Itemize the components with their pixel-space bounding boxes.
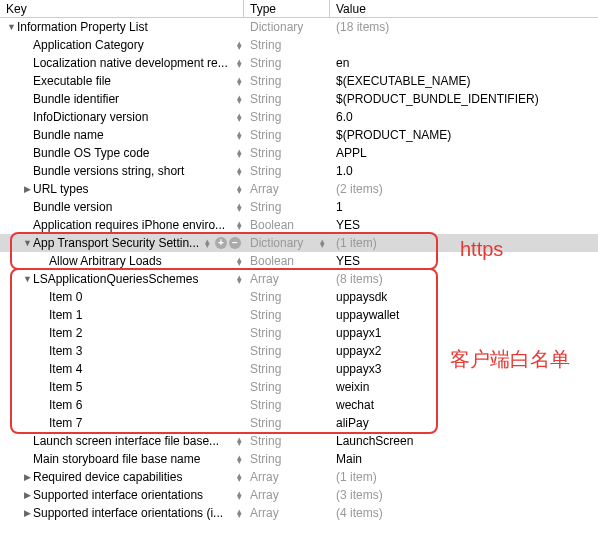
table-row[interactable]: Application Category▴▾String	[0, 36, 598, 54]
value-cell[interactable]: (8 items)	[330, 272, 598, 286]
value-cell[interactable]: 1.0	[330, 164, 598, 178]
table-row[interactable]: Allow Arbitrary Loads▴▾BooleanYES	[0, 252, 598, 270]
table-row[interactable]: Bundle version▴▾String1	[0, 198, 598, 216]
value-cell[interactable]: (4 items)	[330, 506, 598, 520]
value-cell[interactable]: weixin	[330, 380, 598, 394]
value-cell[interactable]: en	[330, 56, 598, 70]
key-text[interactable]: Bundle OS Type code	[33, 146, 234, 160]
key-cell[interactable]: ▶Supported interface orientations (i...▴…	[0, 506, 244, 520]
key-cell[interactable]: Item 3	[0, 344, 244, 358]
table-row[interactable]: Executable file▴▾String$(EXECUTABLE_NAME…	[0, 72, 598, 90]
type-cell[interactable]: Boolean	[244, 218, 330, 232]
table-row[interactable]: Item 5Stringweixin	[0, 378, 598, 396]
key-text[interactable]: App Transport Security Settin...	[33, 236, 202, 250]
key-stepper-icon[interactable]: ▴▾	[234, 131, 244, 139]
table-row[interactable]: Localization native development re...▴▾S…	[0, 54, 598, 72]
type-cell[interactable]: Boolean	[244, 254, 330, 268]
key-text[interactable]: Item 3	[49, 344, 244, 358]
type-cell[interactable]: String	[244, 362, 330, 376]
type-cell[interactable]: Array	[244, 506, 330, 520]
value-cell[interactable]: $(PRODUCT_NAME)	[330, 128, 598, 142]
value-cell[interactable]: wechat	[330, 398, 598, 412]
table-row[interactable]: Main storyboard file base name▴▾StringMa…	[0, 450, 598, 468]
key-text[interactable]: InfoDictionary version	[33, 110, 234, 124]
value-cell[interactable]: 1	[330, 200, 598, 214]
key-cell[interactable]: Bundle identifier▴▾	[0, 92, 244, 106]
table-row[interactable]: ▼App Transport Security Settin...▴▾+−Dic…	[0, 234, 598, 252]
disclosure-down-icon[interactable]: ▼	[22, 238, 33, 248]
key-cell[interactable]: Item 7	[0, 416, 244, 430]
key-cell[interactable]: Launch screen interface file base...▴▾	[0, 434, 244, 448]
disclosure-down-icon[interactable]: ▼	[6, 22, 17, 32]
type-cell[interactable]: String	[244, 398, 330, 412]
key-text[interactable]: Item 1	[49, 308, 244, 322]
key-cell[interactable]: Item 2	[0, 326, 244, 340]
table-row[interactable]: Item 7StringaliPay	[0, 414, 598, 432]
key-cell[interactable]: Bundle versions string, short▴▾	[0, 164, 244, 178]
table-row[interactable]: ▼Information Property ListDictionary(18 …	[0, 18, 598, 36]
key-text[interactable]: Application Category	[33, 38, 234, 52]
table-row[interactable]: Item 1Stringuppaywallet	[0, 306, 598, 324]
key-text[interactable]: Bundle name	[33, 128, 234, 142]
value-cell[interactable]: YES	[330, 218, 598, 232]
value-cell[interactable]: $(PRODUCT_BUNDLE_IDENTIFIER)	[330, 92, 598, 106]
value-cell[interactable]: 6.0	[330, 110, 598, 124]
value-cell[interactable]: Main	[330, 452, 598, 466]
table-row[interactable]: ▶Supported interface orientations (i...▴…	[0, 504, 598, 522]
key-text[interactable]: Item 7	[49, 416, 244, 430]
key-cell[interactable]: Allow Arbitrary Loads▴▾	[0, 254, 244, 268]
type-cell[interactable]: String	[244, 38, 330, 52]
disclosure-right-icon[interactable]: ▶	[22, 184, 33, 194]
key-stepper-icon[interactable]: ▴▾	[234, 257, 244, 265]
header-type[interactable]: Type	[244, 0, 330, 17]
value-cell[interactable]: (18 items)	[330, 20, 598, 34]
key-text[interactable]: Bundle identifier	[33, 92, 234, 106]
key-stepper-icon[interactable]: ▴▾	[234, 491, 244, 499]
key-stepper-icon[interactable]: ▴▾	[234, 77, 244, 85]
table-row[interactable]: Bundle OS Type code▴▾StringAPPL	[0, 144, 598, 162]
key-text[interactable]: Required device capabilities	[33, 470, 234, 484]
key-text[interactable]: Supported interface orientations (i...	[33, 506, 234, 520]
value-cell[interactable]: aliPay	[330, 416, 598, 430]
table-row[interactable]: Bundle versions string, short▴▾String1.0	[0, 162, 598, 180]
key-cell[interactable]: Item 4	[0, 362, 244, 376]
key-cell[interactable]: InfoDictionary version▴▾	[0, 110, 244, 124]
type-cell[interactable]: Array	[244, 272, 330, 286]
key-text[interactable]: Item 5	[49, 380, 244, 394]
table-row[interactable]: ▶Supported interface orientations▴▾Array…	[0, 486, 598, 504]
type-cell[interactable]: String	[244, 200, 330, 214]
key-stepper-icon[interactable]: ▴▾	[234, 437, 244, 445]
type-cell[interactable]: String	[244, 146, 330, 160]
type-cell[interactable]: String	[244, 380, 330, 394]
key-text[interactable]: Bundle versions string, short	[33, 164, 234, 178]
value-cell[interactable]: APPL	[330, 146, 598, 160]
key-cell[interactable]: Bundle name▴▾	[0, 128, 244, 142]
key-stepper-icon[interactable]: ▴▾	[234, 95, 244, 103]
key-text[interactable]: Main storyboard file base name	[33, 452, 234, 466]
key-cell[interactable]: Application Category▴▾	[0, 38, 244, 52]
key-cell[interactable]: Main storyboard file base name▴▾	[0, 452, 244, 466]
key-text[interactable]: Item 4	[49, 362, 244, 376]
type-cell[interactable]: String	[244, 110, 330, 124]
key-stepper-icon[interactable]: ▴▾	[234, 455, 244, 463]
key-cell[interactable]: Item 0	[0, 290, 244, 304]
key-cell[interactable]: Application requires iPhone enviro...▴▾	[0, 218, 244, 232]
key-cell[interactable]: Bundle OS Type code▴▾	[0, 146, 244, 160]
value-cell[interactable]: (2 items)	[330, 182, 598, 196]
type-cell[interactable]: String	[244, 434, 330, 448]
disclosure-right-icon[interactable]: ▶	[22, 508, 33, 518]
key-text[interactable]: Item 6	[49, 398, 244, 412]
disclosure-right-icon[interactable]: ▶	[22, 472, 33, 482]
key-text[interactable]: Localization native development re...	[33, 56, 234, 70]
key-text[interactable]: Launch screen interface file base...	[33, 434, 234, 448]
key-stepper-icon[interactable]: ▴▾	[234, 41, 244, 49]
table-row[interactable]: InfoDictionary version▴▾String6.0	[0, 108, 598, 126]
key-cell[interactable]: ▼Information Property List	[0, 20, 244, 34]
type-stepper-icon[interactable]: ▴▾	[317, 239, 327, 247]
disclosure-down-icon[interactable]: ▼	[22, 274, 33, 284]
key-text[interactable]: URL types	[33, 182, 234, 196]
type-cell[interactable]: Array	[244, 182, 330, 196]
key-cell[interactable]: ▼LSApplicationQueriesSchemes▴▾	[0, 272, 244, 286]
table-row[interactable]: Application requires iPhone enviro...▴▾B…	[0, 216, 598, 234]
key-text[interactable]: LSApplicationQueriesSchemes	[33, 272, 234, 286]
